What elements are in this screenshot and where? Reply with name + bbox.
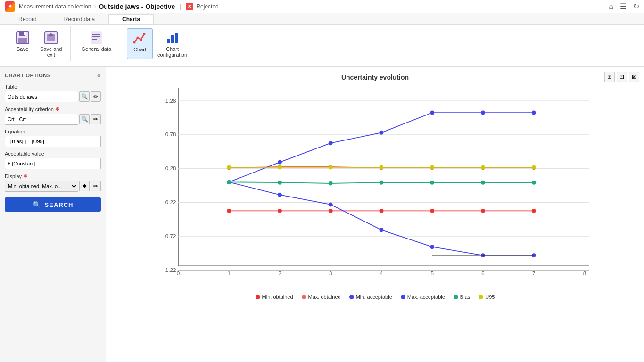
svg-text:-1.22: -1.22: [164, 267, 176, 273]
display-label: Display ✱: [5, 173, 101, 179]
equation-field-wrap: [5, 136, 101, 147]
chart-config-icon: [165, 30, 180, 45]
legend-min-acceptable: Min. acceptable: [349, 294, 392, 300]
tab-charts[interactable]: Charts: [108, 14, 154, 24]
svg-rect-19: [175, 33, 178, 43]
svg-point-46: [379, 209, 383, 213]
app-logo: ✦: [5, 1, 15, 12]
ribbon: Record Record data Charts S: [0, 13, 644, 67]
svg-point-84: [532, 165, 536, 169]
svg-point-44: [278, 209, 282, 213]
legend-max-acceptable: Max. acceptable: [401, 294, 445, 300]
svg-text:1: 1: [227, 270, 230, 276]
topbar: ✦ Measurement data collection › Outside …: [0, 0, 644, 13]
tab-record[interactable]: Record: [5, 14, 50, 24]
pan-btn[interactable]: ⊡: [617, 72, 627, 82]
sidebar: CHART OPTIONS « Table 🔍 ✏ Acceptability …: [0, 67, 106, 362]
status-label: Rejected: [196, 3, 218, 10]
svg-point-73: [329, 181, 333, 186]
req-star-1: ✱: [55, 106, 59, 112]
main-layout: CHART OPTIONS « Table 🔍 ✏ Acceptability …: [0, 67, 644, 362]
svg-point-62: [481, 111, 485, 115]
save-button[interactable]: Save: [9, 28, 35, 59]
svg-point-66: [329, 202, 333, 206]
list-icon[interactable]: ☰: [620, 2, 627, 11]
legend-bias: Bias: [454, 294, 470, 300]
svg-text:4: 4: [380, 270, 383, 276]
save-icon: [15, 30, 30, 45]
breadcrumb-current: Outside jaws - Objective: [99, 3, 175, 10]
legend-dot-min-acceptable: [349, 295, 354, 299]
table-input[interactable]: [5, 91, 78, 102]
svg-text:6: 6: [481, 270, 484, 276]
search-label: SEARCH: [45, 201, 74, 208]
legend-label-bias: Bias: [460, 294, 470, 300]
legend-label-max-acceptable: Max. acceptable: [407, 294, 445, 300]
svg-text:7: 7: [532, 270, 535, 276]
svg-rect-4: [24, 32, 26, 35]
svg-text:2: 2: [278, 270, 281, 276]
acceptable-label: Acceptable value: [5, 151, 101, 156]
svg-point-77: [532, 181, 536, 185]
save-exit-icon: [43, 30, 58, 45]
separator: |: [180, 3, 181, 10]
table-search-btn[interactable]: 🔍: [79, 91, 90, 102]
chart-config-button[interactable]: Chartconfiguration: [154, 28, 191, 59]
min-acceptable-line: [229, 182, 534, 255]
acceptability-input[interactable]: [5, 114, 78, 125]
acceptable-input[interactable]: [5, 158, 101, 169]
save-exit-button[interactable]: Save andexit: [36, 28, 66, 59]
legend-label-u95: U95: [485, 294, 495, 300]
display-star-btn[interactable]: ✱: [79, 181, 90, 191]
collapse-button[interactable]: «: [97, 72, 101, 79]
acceptability-edit-btn[interactable]: ✏: [91, 114, 101, 124]
req-star-2: ✱: [23, 173, 27, 179]
chart-toolbar: ⊞ ⊡ ⊠: [604, 72, 639, 82]
save-label: Save: [17, 46, 28, 52]
person-icon[interactable]: ⌂: [609, 2, 613, 11]
search-button[interactable]: 🔍 SEARCH: [5, 197, 101, 212]
svg-rect-17: [167, 39, 170, 43]
legend-label-max-obtained: Max. obtained: [308, 294, 341, 300]
table-edit-btn[interactable]: ✏: [91, 91, 101, 102]
svg-point-14: [136, 37, 139, 39]
svg-point-71: [227, 180, 231, 184]
svg-point-67: [379, 228, 383, 232]
svg-point-63: [532, 111, 536, 115]
svg-point-72: [278, 181, 282, 185]
svg-point-75: [430, 181, 434, 185]
svg-point-15: [140, 39, 142, 41]
svg-rect-3: [18, 38, 27, 43]
svg-text:3: 3: [329, 270, 332, 276]
acceptability-label: Acceptability criterion ✱: [5, 106, 101, 112]
sidebar-title: CHART OPTIONS «: [5, 72, 101, 79]
svg-point-47: [430, 209, 434, 213]
breadcrumb-sep: ›: [94, 3, 96, 10]
ribbon-tabs: Record Record data Charts: [0, 13, 644, 24]
refresh-icon[interactable]: ↻: [633, 2, 639, 11]
legend-label-min-obtained: Min. obtained: [262, 294, 293, 300]
svg-text:0: 0: [177, 270, 180, 276]
general-data-button[interactable]: General data: [77, 28, 115, 54]
breadcrumb: Measurement data collection › Outside ja…: [19, 3, 219, 10]
acceptability-search-btn[interactable]: 🔍: [79, 114, 90, 124]
chart-button[interactable]: Chart: [127, 28, 153, 59]
zoom-btn[interactable]: ⊞: [604, 72, 615, 82]
svg-rect-9: [91, 32, 101, 44]
chart-config-label: Chartconfiguration: [157, 46, 187, 58]
svg-point-76: [481, 181, 485, 185]
logo-letter: ✦: [8, 3, 12, 9]
svg-rect-18: [171, 35, 174, 43]
svg-point-80: [329, 165, 333, 169]
svg-point-60: [379, 131, 383, 135]
breadcrumb-root[interactable]: Measurement data collection: [19, 3, 91, 10]
equation-input[interactable]: [5, 136, 101, 147]
reset-btn[interactable]: ⊠: [629, 72, 639, 82]
chart-icon: [132, 31, 148, 46]
display-select[interactable]: Min. obtained, Max. o...: [5, 181, 78, 192]
svg-point-65: [278, 193, 282, 197]
display-edit-btn[interactable]: ✏: [91, 181, 101, 191]
tab-record-data[interactable]: Record data: [50, 14, 108, 24]
general-data-icon: [89, 30, 104, 45]
svg-text:-0.22: -0.22: [164, 199, 176, 205]
